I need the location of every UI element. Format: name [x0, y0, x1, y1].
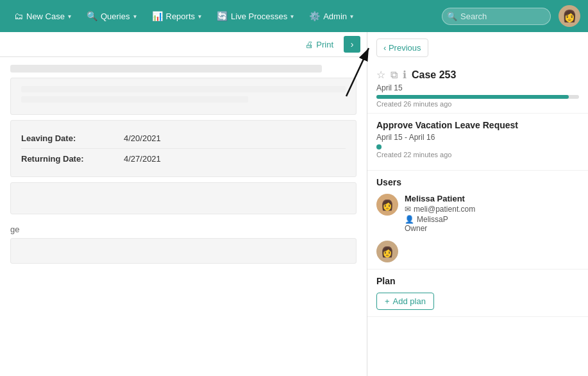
users-heading: Users — [376, 177, 579, 187]
user-username-row: 👤 MelissaP — [405, 215, 579, 224]
task-section: Approve Vacation Leave Request April 15 … — [367, 114, 588, 171]
expand-button[interactable]: › — [344, 36, 360, 53]
new-case-label: New Case — [26, 12, 65, 21]
previous-label: ‹ Previous — [383, 43, 421, 53]
admin-arrow: ▾ — [350, 13, 353, 20]
left-toolbar: 🖨 Print › — [0, 32, 367, 57]
user-row: 👩 Melissa Patient ✉ meli@patient.com 👤 M… — [376, 194, 579, 233]
email-icon: ✉ — [405, 205, 411, 214]
print-icon: 🖨 — [305, 40, 314, 49]
right-panel: ‹ Previous ☆ ⧉ ℹ Case 253 April 15 Creat… — [367, 32, 588, 376]
user-username: MelissaP — [417, 215, 448, 224]
user-info: Melissa Patient ✉ meli@patient.com 👤 Mel… — [405, 194, 579, 233]
top-gray-section — [10, 78, 357, 115]
queries-arrow: ▾ — [133, 13, 137, 20]
briefcase-icon: 🗂 — [14, 11, 23, 21]
reports-arrow: ▾ — [198, 13, 201, 20]
bottom-gray-section — [10, 238, 357, 264]
users-section: Users 👩 Melissa Patient ✉ meli@patient.c… — [367, 171, 588, 269]
main-layout: 🖨 Print › Leaving Date: 4/20/2021 Return… — [0, 32, 588, 376]
live-processes-icon: 🔄 — [217, 11, 228, 21]
user-email: meli@patient.com — [414, 205, 475, 214]
user-email-row: ✉ meli@patient.com — [405, 205, 579, 214]
top-bar-decoration — [10, 65, 322, 73]
task-status-row — [376, 144, 579, 150]
live-processes-label: Live Processes — [231, 12, 287, 21]
queries-menu[interactable]: 🔍 Queries ▾ — [80, 7, 143, 25]
reports-label: Reports — [166, 12, 196, 21]
returning-date-row: Returning Date: 4/27/2021 — [21, 149, 346, 169]
left-panel: 🖨 Print › Leaving Date: 4/20/2021 Return… — [0, 32, 367, 376]
previous-button[interactable]: ‹ Previous — [376, 38, 428, 57]
case-date-label: April 15 — [376, 83, 579, 92]
section-bar-1 — [21, 86, 346, 92]
user-role: Owner — [405, 224, 579, 233]
form-content: Leaving Date: 4/20/2021 Returning Date: … — [0, 57, 367, 277]
reports-menu[interactable]: 📊 Reports ▾ — [146, 7, 208, 25]
new-case-arrow: ▾ — [68, 13, 71, 20]
live-processes-menu[interactable]: 🔄 Live Processes ▾ — [210, 7, 300, 25]
bottom-tag: ge — [10, 225, 357, 234]
reports-icon: 📊 — [152, 11, 163, 21]
task-created-text: Created 22 minutes ago — [376, 151, 579, 158]
queries-icon: 🔍 — [87, 11, 97, 21]
returning-date-value: 4/27/2021 — [124, 154, 161, 164]
search-wrapper: 🔍 — [442, 8, 551, 25]
queries-label: Queries — [101, 12, 130, 21]
copy-icon[interactable]: ⧉ — [391, 69, 398, 81]
live-processes-arrow: ▾ — [290, 13, 294, 20]
case-created-text: Created 26 minutes ago — [376, 100, 579, 108]
progress-bar-wrap — [376, 95, 579, 99]
right-header: ‹ Previous ☆ ⧉ ℹ Case 253 April 15 Creat… — [367, 32, 588, 114]
leaving-date-row: Leaving Date: 4/20/2021 — [21, 128, 346, 149]
user-avatar: 👩 — [376, 194, 398, 216]
status-dot — [376, 144, 382, 150]
progress-bar-fill — [376, 95, 569, 99]
user-name: Melissa Patient — [405, 194, 579, 203]
star-icon[interactable]: ☆ — [376, 69, 385, 81]
top-navigation: 🗂 New Case ▾ 🔍 Queries ▾ 📊 Reports ▾ 🔄 L… — [0, 0, 588, 32]
add-plan-icon: + — [385, 296, 390, 306]
leaving-date-label: Leaving Date: — [21, 133, 124, 143]
user-avatar-nav[interactable]: 👩 — [559, 5, 580, 27]
plan-heading: Plan — [376, 276, 579, 286]
search-input[interactable] — [442, 8, 551, 25]
user-icon: 👤 — [405, 215, 414, 224]
dates-section: Leaving Date: 4/20/2021 Returning Date: … — [10, 120, 357, 177]
task-title: Approve Vacation Leave Request — [376, 120, 579, 130]
print-button[interactable]: 🖨 Print — [300, 37, 339, 52]
admin-label: Admin — [323, 12, 347, 21]
new-case-menu[interactable]: 🗂 New Case ▾ — [8, 7, 78, 25]
returning-date-label: Returning Date: — [21, 154, 124, 164]
print-label: Print — [316, 40, 333, 49]
leaving-date-value: 4/20/2021 — [124, 133, 161, 143]
add-plan-button[interactable]: + Add plan — [376, 293, 434, 310]
add-plan-label: Add plan — [393, 296, 426, 306]
section-bar-2 — [21, 96, 248, 103]
case-title-row: ☆ ⧉ ℹ Case 253 — [376, 64, 579, 83]
second-user-avatar: 👩 — [376, 241, 398, 262]
case-title: Case 253 — [412, 69, 456, 81]
info-icon[interactable]: ℹ — [403, 69, 407, 81]
task-dates: April 15 - April 16 — [376, 133, 579, 142]
expand-icon: › — [351, 39, 354, 49]
bottom-section — [10, 182, 357, 214]
admin-menu[interactable]: ⚙️ Admin ▾ — [303, 7, 360, 25]
admin-icon: ⚙️ — [309, 11, 320, 21]
plan-section: Plan + Add plan — [367, 269, 588, 317]
